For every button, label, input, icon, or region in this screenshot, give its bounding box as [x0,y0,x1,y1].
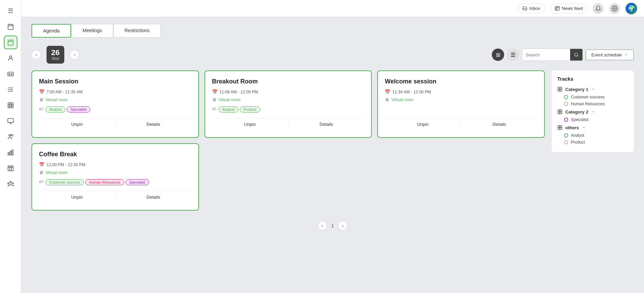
sidebar-item-calendar-small[interactable] [4,20,17,34]
sidebar-item-checklist[interactable] [4,83,17,96]
inbox-button[interactable]: Inbox [518,3,545,13]
next-date-arrow[interactable]: › [70,50,79,59]
svg-point-33 [10,182,11,183]
grid-view-button[interactable]: ⊞ [492,49,504,61]
main-content: Inbox News feed 🌍 Agenda Meetings Restri… [21,0,644,293]
page-number: 1 [331,223,334,228]
svg-rect-41 [560,87,562,89]
prev-date-arrow[interactable]: ‹ [31,50,41,59]
event-schedule-button[interactable]: Event schedule [586,50,634,60]
clock-icon: 📅 [385,89,390,94]
sidebar-item-monitor[interactable] [4,114,17,128]
card-title: Main Session [39,78,192,85]
tab-restrictions[interactable]: Restrictions [113,24,161,38]
tag-product: Product [240,106,260,112]
track-item-analyst[interactable]: Analyst [557,133,628,138]
track-category-2: Category 2 [557,109,628,115]
track-label: Analyst [571,133,584,138]
card-room: 🖥 Virtual room [39,97,192,102]
svg-rect-49 [560,125,562,127]
notifications-icon[interactable] [593,3,604,14]
svg-rect-42 [558,90,560,91]
card-time-value: 11:06 AM - 12:00 PM [220,90,258,94]
tag-human-resources: Human Resources [85,179,124,185]
sidebar-item-group[interactable] [4,177,17,191]
svg-rect-44 [558,110,560,111]
tag-icon: 🏷 [39,106,43,111]
details-button[interactable]: Details [115,118,191,130]
card-time: 📅 7:00 AM - 11:35 AM [39,89,192,94]
tab-meetings[interactable]: Meetings [71,24,113,38]
card-main-session: Main Session 📅 7:00 AM - 11:35 AM 🖥 Virt… [31,70,199,138]
search-input[interactable] [522,52,570,57]
sidebar-item-table[interactable] [4,98,17,112]
sidebar-item-calendar-active[interactable] [4,36,17,49]
svg-rect-51 [560,128,562,130]
svg-point-34 [8,183,9,184]
sidebar-item-id-card[interactable] [4,67,17,81]
virtual-room-link[interactable]: Virtual room [45,170,67,175]
svg-rect-28 [12,150,13,155]
sidebar: ☰ [0,0,21,293]
tracks-panel: Tracks Category 1 Customer success Human… [552,70,634,152]
track-item-human-resources[interactable]: Human Resources [557,102,628,106]
search-box [522,49,583,61]
tag-specialist: Specialist [126,179,149,185]
sidebar-item-people[interactable] [4,130,17,144]
sidebar-item-building[interactable] [4,161,17,175]
track-label: Specialist [571,117,588,122]
settings-icon[interactable] [609,3,620,14]
track-label: Product [571,140,585,145]
svg-rect-50 [558,128,560,130]
category-2-name: Category 2 [565,109,588,115]
schedule-btn-label: Event schedule [591,52,622,57]
sidebar-item-bar-chart[interactable] [4,146,17,159]
details-button[interactable]: Details [115,191,191,203]
svg-rect-26 [8,152,9,155]
card-tags-row: 🏷 Analyst Product [212,105,365,112]
svg-rect-4 [8,40,13,45]
tabs: Agenda Meetings Restrictions [31,24,634,38]
search-button[interactable] [570,49,582,61]
unpin-button[interactable]: Unpin [39,118,115,130]
newsfeed-button[interactable]: News feed [550,3,587,13]
date-navigation: ‹ 26 Wed › ⊞ ☰ Event schedule [31,46,634,64]
card-actions: Unpin Details [39,118,192,130]
card-room: 🖥 Virtual room [385,97,537,102]
svg-rect-27 [10,151,11,155]
sidebar-menu-icon[interactable]: ☰ [4,4,17,18]
next-page-button[interactable]: › [338,221,347,230]
track-radio [564,118,568,122]
virtual-room-link[interactable]: Virtual room [219,97,240,102]
list-view-button[interactable]: ☰ [507,49,519,61]
unpin-button[interactable]: Unpin [212,118,288,130]
tag-specialist: Specialist [67,106,90,112]
track-item-product[interactable]: Product [557,140,628,145]
details-button[interactable]: Details [461,118,537,130]
card-actions: Unpin Details [39,191,192,203]
unpin-button[interactable]: Unpin [385,118,461,130]
track-item-customer-success[interactable]: Customer success [557,95,628,99]
virtual-room-link[interactable]: Virtual room [391,97,413,102]
virtual-room-link[interactable]: Virtual room [45,97,67,102]
svg-line-39 [577,56,578,57]
details-button[interactable]: Details [288,118,364,130]
topbar: Inbox News feed 🌍 [21,0,644,17]
tag-icon: 🏷 [212,106,216,111]
svg-rect-47 [560,112,562,114]
current-date: 26 Wed [47,46,64,64]
card-time-value: 12:00 PM - 12:30 PM [47,162,85,167]
card-tags: Analyst Specialist [45,106,90,112]
sidebar-item-profile[interactable] [4,51,17,65]
view-controls: ⊞ ☰ Event schedule [492,49,634,61]
prev-page-button[interactable]: ‹ [318,221,327,230]
svg-rect-45 [560,110,562,111]
day-number: 26 [51,49,60,56]
card-time-value: 11:34 AM - 12:00 PM [392,90,431,94]
video-icon: 🖥 [39,97,43,102]
card-time-value: 7:00 AM - 11:35 AM [47,90,82,94]
unpin-button[interactable]: Unpin [39,191,115,203]
tab-agenda[interactable]: Agenda [31,24,71,38]
track-item-specialist[interactable]: Specialist [557,117,628,122]
globe-icon[interactable]: 🌍 [626,3,637,14]
